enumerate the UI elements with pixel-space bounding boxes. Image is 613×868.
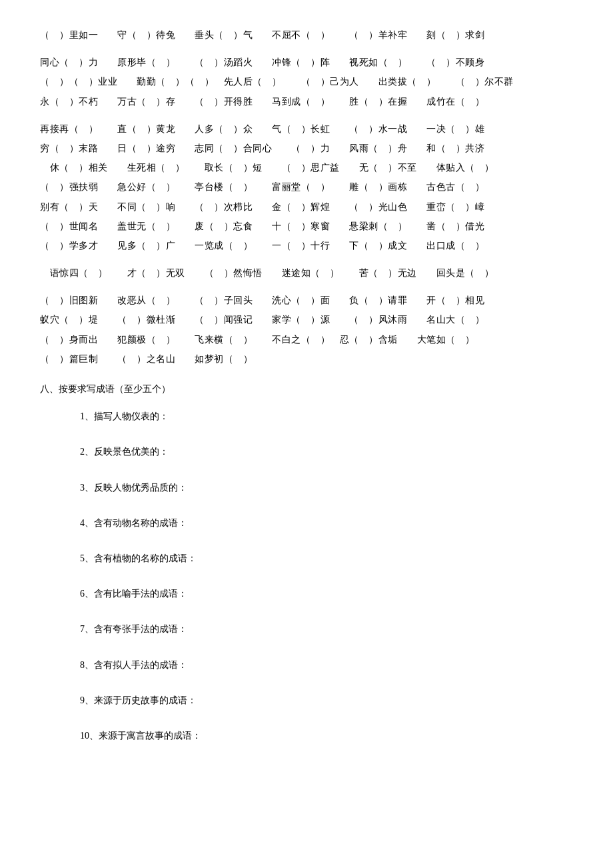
line-row10: （ ）强扶弱 急公好（ ） 亭台楼（ ） 富丽堂（ ） 雕（ ）画栋 古色古（ … <box>40 179 573 195</box>
line-row5: 永（ ）不朽 万古（ ）存 （ ）开得胜 马到成（ ） 胜（ ）在握 成竹在（ … <box>40 93 573 110</box>
line-row15: 语惊四（ ） 才（ ）无双 （ ）然悔悟 迷途知（ ） 苦（ ）无边 回头是（ … <box>40 265 573 281</box>
line-row7: 再接再（ ） 直（ ）黄龙 人多（ ）众 气（ ）长虹 （ ）水一战 一决（ ）… <box>40 121 573 137</box>
line-row1: （ ）里如一 守（ ）待兔 垂头（ ）气 不屈不（ ） （ ）羊补牢 刻（ ）求… <box>40 27 573 43</box>
line-row11: 别有（ ）天 不同（ ）响 （ ）次栉比 金（ ）辉煌 （ ）光山色 重峦（ ）… <box>40 199 573 215</box>
line-row8: 穷（ ）末路 日（ ）途穷 志同（ ）合同心 （ ）力 风雨（ ）舟 和（ ）共… <box>40 140 573 157</box>
page-content: （ ）里如一 守（ ）待兔 垂头（ ）气 不屈不（ ） （ ）羊补牢 刻（ ）求… <box>40 27 573 744</box>
line-row12: （ ）世闻名 盖世无（ ） 废（ ）忘食 十（ ）寒窗 悬梁刺（ ） 凿（ ）借… <box>40 218 573 235</box>
exercise-item: 1、描写人物仪表的： <box>80 408 573 425</box>
line-row18: 蚁穴（ ）堤 （ ）微杜渐 （ ）闻强记 家学（ ）源 （ ）风沐雨 名山大（ … <box>40 311 573 328</box>
exercise-item: 8、含有拟人手法的成语： <box>80 657 573 673</box>
line-row4: （ ）（ ）业业 勤勤（ ）（ ） 先人后（ ） （ ）己为人 出类拔（ ） （… <box>40 73 573 90</box>
exercise-item: 4、含有动物名称的成语： <box>80 515 573 531</box>
section8-title: 八、按要求写成语（至少五个） <box>40 381 573 397</box>
line-row20: （ ）篇巨制 （ ）之名山 如梦初（ ） <box>40 351 573 367</box>
line-row17: （ ）旧图新 改恶从（ ） （ ）子回头 洗心（ ）面 负（ ）请罪 开（ ）相… <box>40 292 573 309</box>
line-row3: 同心（ ）力 原形毕（ ） （ ）汤蹈火 冲锋（ ）阵 视死如（ ） （ ）不顾… <box>40 54 573 71</box>
line-row9: 休（ ）相关 生死相（ ） 取长（ ）短 （ ）思广益 无（ ）不至 体贴入（ … <box>40 159 573 176</box>
exercise-item: 10、来源于寓言故事的成语： <box>80 727 573 744</box>
exercise-item: 3、反映人物优秀品质的： <box>80 479 573 496</box>
exercise-item: 7、含有夸张手法的成语： <box>80 621 573 637</box>
exercise-item: 2、反映景色优美的： <box>80 443 573 460</box>
line-row13: （ ）学多才 见多（ ）广 一览成（ ） 一（ ）十行 下（ ）成文 出口成（ … <box>40 237 573 254</box>
exercise-item: 5、含有植物的名称的成语： <box>80 550 573 567</box>
exercise-item: 6、含有比喻手法的成语： <box>80 585 573 602</box>
exercise-item: 9、来源于历史故事的成语： <box>80 692 573 709</box>
line-row19: （ ）身而出 犯颜极（ ） 飞来横（ ） 不白之（ ） 忍（ ）含垢 大笔如（ … <box>40 331 573 348</box>
